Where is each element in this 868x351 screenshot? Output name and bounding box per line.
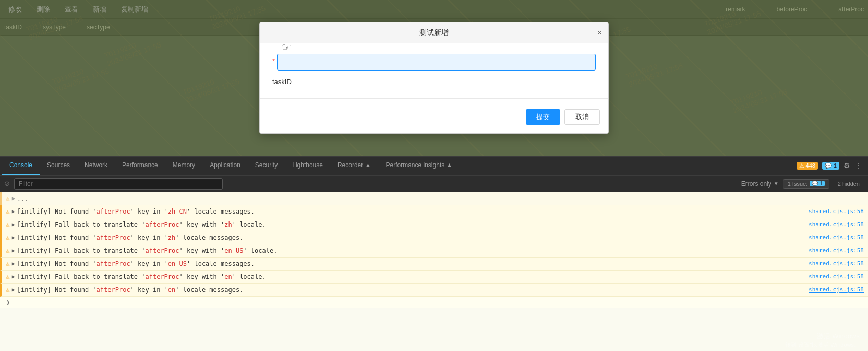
warn-icon: ⚠ bbox=[6, 260, 10, 267]
warning-badge: ⚠ 448 bbox=[797, 162, 818, 170]
log-row: ⚠ ▶ [intlify] Not found 'afterProc' key … bbox=[0, 205, 868, 218]
log-source-link[interactable]: shared.cjs.js:58 bbox=[809, 245, 864, 254]
required-mark: * bbox=[272, 57, 275, 65]
console-prompt-row: ❯ bbox=[0, 297, 868, 308]
expand-icon[interactable]: ▶ bbox=[12, 287, 15, 292]
dropdown-arrow-icon: ▼ bbox=[774, 181, 779, 186]
log-row: ⚠ ▶ [intlify] Not found 'afterProc' key … bbox=[0, 284, 868, 297]
log-row: ⚠ ▶ [intlify] Fall back to translate 'af… bbox=[0, 218, 868, 231]
errors-only-label: Errors only bbox=[741, 180, 771, 188]
top-table-area: T01192102024/05/21 17:55 T01192102024/05… bbox=[0, 0, 868, 156]
log-source-link[interactable]: shared.cjs.js:58 bbox=[809, 285, 864, 293]
warn-icon: ⚠ bbox=[6, 286, 10, 294]
modal-header: 测试新增 × bbox=[260, 22, 608, 43]
modal-footer: 提交 取消 bbox=[260, 105, 608, 133]
warn-icon: ⚠ bbox=[6, 220, 10, 228]
modal-divider bbox=[260, 98, 608, 99]
issues-badge: 1 Issue: 💬 1 bbox=[783, 179, 829, 189]
warn-icon: ⚠ bbox=[6, 207, 10, 215]
tab-memory[interactable]: Memory bbox=[165, 157, 202, 175]
modal-title: 测试新增 bbox=[419, 28, 449, 38]
log-row: ⚠ ▶ [intlify] Fall back to translate 'af… bbox=[0, 271, 868, 284]
message-icon: 💬 bbox=[825, 162, 832, 169]
console-log-area: ⚠ ▶ ... ⚠ ▶ [intlify] Not found 'afterPr… bbox=[0, 192, 868, 351]
log-source-link[interactable]: shared.cjs.js:58 bbox=[809, 272, 864, 280]
log-text: [intlify] Fall back to translate 'afterP… bbox=[17, 272, 804, 282]
settings-icon[interactable]: ⚙ bbox=[843, 161, 850, 170]
devtools-tabs-bar: Console Sources Network Performance Memo… bbox=[0, 157, 868, 176]
log-row: ⚠ ▶ ... bbox=[0, 192, 868, 205]
console-filter-bar: ⊘ Errors only ▼ 1 Issue: 💬 1 2 hidden bbox=[0, 176, 868, 192]
form-row-taskid: * ☞ bbox=[272, 54, 596, 71]
modal-body: * ☞ taskID bbox=[260, 43, 608, 98]
message-badge: 💬 1 bbox=[822, 162, 839, 170]
log-text: [intlify] Fall back to translate 'afterP… bbox=[17, 245, 804, 256]
warning-icon: ⚠ bbox=[799, 162, 804, 169]
modal-overlay: 测试新增 × * ☞ taskID 提交 取消 bbox=[0, 0, 868, 156]
expand-icon[interactable]: ▶ bbox=[12, 235, 15, 240]
message-count: 1 bbox=[834, 162, 837, 169]
prompt-chevron-icon[interactable]: ❯ bbox=[4, 298, 12, 307]
cancel-button[interactable]: 取消 bbox=[564, 109, 600, 125]
submit-button[interactable]: 提交 bbox=[526, 109, 560, 125]
expand-icon[interactable]: ▶ bbox=[12, 208, 15, 214]
tab-security[interactable]: Security bbox=[248, 157, 285, 175]
log-text: [intlify] Not found 'afterProc' key in '… bbox=[17, 285, 804, 295]
tab-network[interactable]: Network bbox=[77, 157, 115, 175]
log-row: ⚠ ▶ [intlify] Not found 'afterProc' key … bbox=[0, 258, 868, 271]
hidden-count: 2 hidden bbox=[834, 180, 864, 188]
more-icon[interactable]: ⋮ bbox=[854, 161, 862, 170]
expand-icon[interactable]: ▶ bbox=[12, 195, 15, 201]
tab-lighthouse[interactable]: Lighthouse bbox=[285, 157, 330, 175]
errors-only-filter[interactable]: Errors only ▼ bbox=[741, 180, 779, 188]
expand-icon[interactable]: ▶ bbox=[12, 261, 15, 266]
taskid-input[interactable] bbox=[277, 54, 596, 71]
warn-icon: ⚠ bbox=[6, 247, 10, 254]
filter-input[interactable] bbox=[14, 178, 223, 190]
log-text: [intlify] Not found 'afterProc' key in '… bbox=[17, 232, 804, 243]
modal-close-button[interactable]: × bbox=[597, 29, 602, 37]
filter-circle-icon: ⊘ bbox=[4, 180, 10, 188]
tab-console[interactable]: Console bbox=[2, 157, 40, 175]
issues-label: 1 Issue: bbox=[788, 181, 808, 187]
log-source-link[interactable]: shared.cjs.js:58 bbox=[809, 206, 864, 215]
warn-icon: ⚠ bbox=[6, 233, 10, 241]
tab-sources[interactable]: Sources bbox=[40, 157, 77, 175]
tab-performance-insights[interactable]: Performance insights ▲ bbox=[379, 157, 460, 175]
log-row: ⚠ ▶ [intlify] Fall back to translate 'af… bbox=[0, 244, 868, 258]
log-source-link[interactable]: shared.cjs.js:58 bbox=[809, 259, 864, 267]
warning-count: 448 bbox=[806, 162, 815, 169]
log-text: ... bbox=[17, 193, 864, 204]
tab-performance[interactable]: Performance bbox=[115, 157, 165, 175]
warn-icon: ⚠ bbox=[6, 194, 10, 202]
log-text: [intlify] Not found 'afterProc' key in '… bbox=[17, 259, 804, 269]
form-label-taskid: taskID bbox=[272, 78, 304, 86]
expand-icon[interactable]: ▶ bbox=[12, 248, 15, 253]
expand-icon[interactable]: ▶ bbox=[12, 221, 15, 227]
issues-count-badge: 💬 1 bbox=[810, 181, 825, 186]
log-source-link[interactable]: shared.cjs.js:58 bbox=[809, 219, 864, 228]
log-row: ⚠ ▶ [intlify] Not found 'afterProc' key … bbox=[0, 231, 868, 244]
devtools-panel: Console Sources Network Performance Memo… bbox=[0, 156, 868, 351]
log-source-link[interactable]: shared.cjs.js:58 bbox=[809, 232, 864, 241]
modal-dialog: 测试新增 × * ☞ taskID 提交 取消 bbox=[259, 22, 609, 134]
log-text: [intlify] Not found 'afterProc' key in '… bbox=[17, 206, 804, 217]
log-text: [intlify] Fall back to translate 'afterP… bbox=[17, 219, 804, 230]
chat-icon: 💬 bbox=[812, 181, 818, 186]
devtools-right-controls: ⚠ 448 💬 1 ⚙ ⋮ bbox=[792, 157, 866, 175]
expand-icon[interactable]: ▶ bbox=[12, 274, 15, 279]
issues-count: 1 bbox=[819, 181, 823, 186]
tab-application[interactable]: Application bbox=[202, 157, 248, 175]
tab-recorder[interactable]: Recorder ▲ bbox=[330, 157, 379, 175]
warn-icon: ⚠ bbox=[6, 273, 10, 280]
